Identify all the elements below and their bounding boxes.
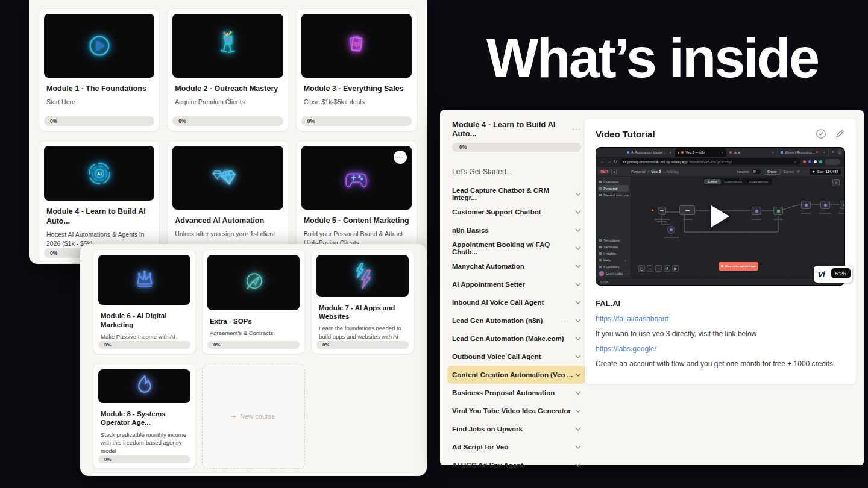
- course-card[interactable]: Extra - SOPs Agreement's & Contracts 0%: [202, 249, 305, 354]
- workflow-node: [820, 201, 830, 209]
- sidebar-item-personal: Personal: [598, 185, 629, 192]
- site-info-icon: [623, 161, 626, 163]
- sidebar-item-help: Help⌄: [596, 257, 631, 263]
- module-menu-button[interactable]: ···: [573, 126, 582, 133]
- browser-tab-active: ▸Veo 3 — n8n×: [675, 148, 726, 157]
- course-card[interactable]: Module 1 - The Foundations Start Here 0%: [39, 8, 160, 131]
- course-card[interactable]: Module 3 - Everything Sales Close $1k-$5…: [296, 8, 417, 131]
- course-player-panel: Module 4 - Learn to Build AI Auto... ···…: [440, 110, 864, 465]
- vimeo-badge[interactable]: vi 5:26: [814, 266, 852, 283]
- gift-icon: [599, 266, 602, 268]
- new-course-label: New course: [240, 413, 275, 420]
- n8n-canvas: Editor Executions Evaluations: [631, 177, 844, 278]
- lesson-item[interactable]: Manychat Automation: [447, 257, 586, 275]
- templates-icon: [599, 239, 602, 242]
- execute-workflow-button: Execute workflow: [719, 262, 758, 271]
- course-card[interactable]: Module 2 - Outreach Mastery Acquire Prem…: [167, 8, 288, 131]
- more-menu-icon: ···: [803, 170, 807, 174]
- browser-url-bar: ← → ↻ primary-production-a7369.up.railwa…: [596, 157, 844, 167]
- course-title: Module 2 - Outreach Mastery: [175, 84, 280, 94]
- empty-cell: [311, 364, 414, 469]
- cheers-glasses-icon: [212, 30, 244, 62]
- lesson-item[interactable]: n8n Basics: [447, 221, 586, 239]
- course-card[interactable]: Module 6 - AI Digital Marketing Make Pas…: [93, 249, 196, 354]
- edit-pencil-icon[interactable]: [834, 128, 845, 139]
- lesson-item[interactable]: Lead Gen Automation (n8n)···: [447, 311, 586, 330]
- card-menu-button[interactable]: ···: [394, 151, 407, 164]
- body-text: If you wan to use veo 3 directly, visit …: [596, 330, 845, 338]
- lesson-menu-button[interactable]: ···: [561, 318, 570, 324]
- lesson-item[interactable]: Business Proposal Automation: [447, 384, 586, 402]
- trigger-marker: [652, 209, 654, 211]
- workflow-node-model: [667, 226, 675, 234]
- chevron-down-icon: [575, 391, 581, 395]
- course-card[interactable]: Module 7 - AI Apps and Websites Learn th…: [311, 249, 414, 354]
- lesson-item[interactable]: Lead Capture Chatbot & CRM Integr...: [447, 185, 586, 203]
- lesson-item[interactable]: Lead Gen Automation (Make.com): [447, 330, 586, 348]
- progress-bar: 0%: [316, 341, 409, 349]
- workflow-node: [801, 201, 811, 209]
- extension-icon: [808, 160, 811, 163]
- course-thumbnail: [207, 255, 300, 310]
- workflow-node: [752, 207, 761, 215]
- new-course-tile[interactable]: + New course: [202, 364, 305, 469]
- lesson-item[interactable]: Customer Support Chatbot: [447, 203, 586, 221]
- lesson-item[interactable]: AI UGC Ad Spy Agent: [447, 456, 586, 474]
- body-text: Create an account with flow and you get …: [596, 360, 845, 368]
- labs-google-link[interactable]: https://labs.google/: [596, 345, 845, 353]
- chevron-down-icon: [575, 463, 581, 467]
- lesson-item[interactable]: Inbound AI Voice Call Agent: [447, 293, 586, 311]
- sidebar-item-overview: Overview: [596, 178, 631, 185]
- editor-tabs: Editor Executions Evaluations: [703, 178, 772, 185]
- section-title: FAL.AI: [596, 299, 845, 308]
- saved-label: Saved: [784, 170, 794, 174]
- crown-icon: [130, 265, 160, 295]
- lesson-item[interactable]: Viral You Tube Video Idea Generator: [447, 402, 586, 420]
- lesson-item-selected[interactable]: Content Creation Automation (Veo ...: [447, 366, 586, 384]
- extension-icon: [814, 160, 817, 163]
- sidebar-item-variables: Variables: [596, 243, 631, 250]
- chevron-down-icon: [575, 283, 581, 286]
- sidebar-user-chip: Leon Lobo···: [596, 270, 631, 277]
- course-thumbnail: [316, 255, 409, 297]
- share-button: Share: [764, 169, 781, 175]
- course-title: Module 7 - AI Apps and Websites: [319, 304, 406, 321]
- extension-icon: [803, 160, 806, 163]
- course-thumbnail: [172, 146, 283, 210]
- lesson-item[interactable]: Outbound Voice Call Agent: [447, 348, 586, 366]
- history-icon: ↺: [797, 169, 800, 174]
- lesson-content-card: Video Tutorial AI Automation Masterclass…: [585, 119, 856, 384]
- share-icon: [599, 194, 602, 196]
- back-icon: ←: [600, 160, 605, 164]
- video-player[interactable]: AI Automation Masterclass× ▸Veo 3 — n8n×…: [596, 147, 845, 286]
- lesson-item[interactable]: AI Appointment Setter: [447, 275, 586, 293]
- tab-evaluations: Evaluations: [746, 179, 772, 184]
- course-subtitle: Close $1k-$5k+ deals: [304, 98, 409, 107]
- lesson-item[interactable]: Appointment Booking w/ FAQ Chatb...: [447, 239, 586, 257]
- lesson-sidebar: Module 4 - Learn to Build AI Auto... ···…: [452, 120, 581, 474]
- courses-panel-top: Module 1 - The Foundations Start Here 0%…: [29, 0, 427, 264]
- course-title: Module 8 - Systems Operator Age...: [101, 410, 188, 427]
- lesson-title: Video Tutorial: [596, 129, 816, 139]
- module-progress-bar: 0%: [452, 143, 581, 152]
- play-button[interactable]: [711, 205, 729, 227]
- game-controller-icon: [341, 162, 372, 193]
- paper-plane-icon: [238, 267, 269, 298]
- lesson-item[interactable]: Find Jobs on Upwork: [447, 420, 586, 438]
- course-subtitle: Acquire Premium Clients: [175, 98, 280, 107]
- progress-bar: 0%: [98, 341, 190, 349]
- fal-dashboard-link[interactable]: https://fal.ai/dashboard: [596, 314, 845, 323]
- zoom-out-icon: −: [655, 265, 662, 272]
- mark-complete-icon[interactable]: [816, 128, 826, 139]
- course-thumbnail: [172, 14, 283, 78]
- course-title: Module 3 - Everything Sales: [304, 84, 409, 94]
- course-card[interactable]: Module 8 - Systems Operator Age... Stack…: [93, 364, 196, 469]
- course-title: Module 5 - Content Marketing: [304, 216, 409, 226]
- course-thumbnail: [301, 14, 412, 78]
- status-label: Inactive: [737, 170, 749, 174]
- lightning-bolts-icon: [347, 260, 379, 292]
- lesson-item[interactable]: Ad Script for Veo: [447, 438, 586, 456]
- workflow-node-trigger: [658, 207, 666, 215]
- browser-profile-chip: [825, 159, 840, 165]
- browser-tab: AI Automation Masterclass×: [624, 148, 675, 157]
